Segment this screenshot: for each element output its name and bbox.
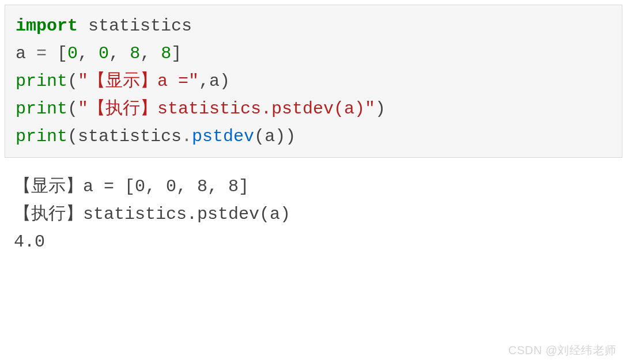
lparen-4: ( xyxy=(67,99,78,119)
keyword-import: import xyxy=(16,16,78,36)
lbracket: [ xyxy=(57,44,67,63)
lparen-3: ( xyxy=(67,71,78,91)
print-fn-5: print xyxy=(16,127,67,146)
dot: . xyxy=(182,127,192,146)
space xyxy=(47,44,57,63)
num-8a: 8 xyxy=(130,44,140,63)
module-name: statistics xyxy=(78,16,192,36)
output-block: 【显示】a = [0, 0, 8, 8] 【执行】statistics.pstd… xyxy=(0,162,627,266)
output-line-3: 4.0 xyxy=(14,228,613,256)
rparen-5: ) xyxy=(285,127,296,146)
string-exec: "【执行】statistics.pstdev(a)" xyxy=(78,99,375,119)
rparen-3: ) xyxy=(220,71,230,91)
rbracket: ] xyxy=(171,44,182,63)
num-8b: 8 xyxy=(161,44,171,63)
comma-2: , xyxy=(109,44,130,63)
comma-3: , xyxy=(140,44,161,63)
print-fn-4: print xyxy=(16,99,67,119)
rparen-4: ) xyxy=(375,99,386,119)
print-fn: print xyxy=(16,71,67,91)
equals-op: = xyxy=(36,44,47,63)
lparen-5: ( xyxy=(67,127,78,146)
code-line-1: import statistics xyxy=(16,12,611,40)
code-block: import statistics a = [0, 0, 8, 8] print… xyxy=(5,5,622,158)
output-line-1: 【显示】a = [0, 0, 8, 8] xyxy=(14,173,613,200)
string-display: "【显示】a =" xyxy=(78,71,199,91)
code-line-3: print("【显示】a =",a) xyxy=(16,67,611,95)
output-line-2: 【执行】statistics.pstdev(a) xyxy=(14,200,613,228)
code-line-2: a = [0, 0, 8, 8] xyxy=(16,40,611,67)
num-0b: 0 xyxy=(99,44,109,63)
lparen-inner: ( xyxy=(254,127,265,146)
comma-1: , xyxy=(78,44,99,63)
arg-a-5: a xyxy=(265,127,275,146)
code-line-4: print("【执行】statistics.pstdev(a)") xyxy=(16,95,611,123)
arg-a: ,a xyxy=(199,71,220,91)
variable-a: a xyxy=(16,44,36,63)
statistics-obj: statistics xyxy=(78,127,182,146)
rparen-inner: ) xyxy=(275,127,285,146)
num-0a: 0 xyxy=(67,44,78,63)
code-line-5: print(statistics.pstdev(a)) xyxy=(16,123,611,150)
pstdev-method: pstdev xyxy=(192,127,254,146)
